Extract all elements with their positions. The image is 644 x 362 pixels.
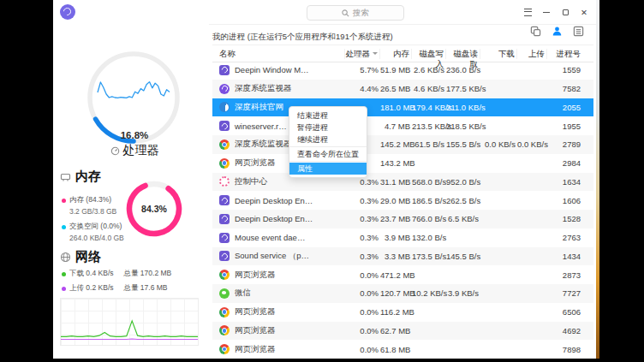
- maximize-icon[interactable]: [560, 7, 570, 17]
- pid-cell: 6506: [547, 307, 593, 317]
- process-table: Deepin Window M…5.7%51.9 MB2.6 KB/s236.0…: [212, 61, 593, 359]
- titlebar-menu-icon[interactable]: [522, 7, 533, 17]
- process-name: 网页浏览器: [235, 344, 276, 355]
- disk-write-cell: 766.0 B/s: [412, 214, 446, 223]
- cpu-cell: 0.3%: [345, 233, 380, 242]
- disk-read-cell: 6.5 KB/s: [446, 214, 480, 223]
- disk-read-cell: 3.9 KB/s: [446, 288, 480, 298]
- table-row[interactable]: Deepin Desktop En…0.3%29.0 MB186.5 B/s26…: [212, 191, 593, 210]
- memory-cell: 61.8 MB: [380, 345, 412, 354]
- chrome-icon: [219, 158, 230, 169]
- menu-separator: [289, 161, 367, 162]
- table-row[interactable]: 网页浏览器0.0%471.2 MB2873: [212, 265, 593, 284]
- pid-cell: 7727: [547, 288, 593, 298]
- memory-cell: 471.2 MB: [380, 270, 412, 280]
- download-cell: 0.0 KB/s: [480, 139, 517, 149]
- table-row[interactable]: 网页浏览器143.2 MB2984: [212, 154, 593, 173]
- memory-ring-chart: 84.3%: [123, 178, 185, 240]
- network-legend-item: 下载 0.4 KB/s总量 170.2 MB: [62, 269, 171, 279]
- table-row[interactable]: 深度科技官网181.0 MB179.4 KB/s211.0 KB/s2055: [212, 98, 593, 117]
- header-memory[interactable]: 内存: [380, 49, 412, 59]
- sort-desc-icon: [373, 52, 378, 55]
- context-menu-item[interactable]: 继续进程: [289, 134, 367, 145]
- deepin-app-icon: [219, 214, 230, 224]
- header-pid[interactable]: 进程号: [547, 49, 593, 59]
- all-processes-icon[interactable]: [572, 25, 584, 37]
- process-name: Deepin Desktop En…: [235, 196, 313, 205]
- upload-cell: 0.0 KB/s: [517, 139, 547, 149]
- disk-read-cell: 262.5 B/s: [446, 196, 480, 205]
- cpu-gauge-icon: [110, 146, 120, 156]
- deepin-app-icon: [219, 251, 230, 261]
- disk-write-cell: 4.6 KB/s: [412, 84, 446, 93]
- pid-cell: 1559: [547, 65, 593, 74]
- cpu-cell: 0.0%: [345, 288, 380, 298]
- deepin-app-icon: [219, 195, 230, 205]
- header-download[interactable]: 下载: [480, 49, 517, 59]
- stats-sidebar: 16.8% 处理器 内存 内存 (84.3%)3.2 GB/3.8 GB交换空间…: [53, 24, 209, 359]
- table-row[interactable]: 网页浏览器0.0%62.7 MB4692: [212, 322, 593, 341]
- process-name: Deepin Window M…: [235, 65, 309, 74]
- pid-cell: 2055: [547, 103, 593, 112]
- process-name: Mouse event dae…: [235, 233, 305, 242]
- memory-cell: 51.9 MB: [380, 65, 412, 74]
- table-row[interactable]: Mouse event dae…0.3%3.9 MB132.0 B/s2763: [212, 228, 593, 247]
- pid-cell: 1606: [547, 196, 593, 205]
- titlebar: 搜索 ✕: [53, 0, 596, 25]
- network-history-chart: [60, 298, 199, 346]
- pid-cell: 1955: [547, 122, 593, 131]
- table-row[interactable]: Deepin Desktop En…0.3%23.7 MB766.0 B/s6.…: [212, 210, 593, 228]
- disk-read-cell: 218.5 KB/s: [446, 122, 480, 131]
- globe-icon: [60, 252, 71, 263]
- header-disk-write[interactable]: 磁盘写入: [412, 49, 446, 59]
- chrome-icon: [219, 307, 230, 317]
- header-disk-read[interactable]: 磁盘读取: [446, 49, 480, 59]
- cpu-section-label: 处理器: [53, 143, 216, 158]
- table-row[interactable]: 深度系统监视器4.4%26.5 MB4.6 KB/s177.5 KB/s7582: [212, 80, 593, 98]
- table-row[interactable]: Sound service （p…0.3%3.3 MB173.5 B/s145.…: [212, 247, 593, 266]
- disk-write-cell: 2.6 KB/s: [412, 65, 446, 74]
- process-name: 网页浏览器: [235, 157, 276, 169]
- application-view-icon[interactable]: [529, 25, 541, 37]
- network-legend-item: 上传 0.2 KB/s总量 17.6 MB: [62, 283, 171, 294]
- table-row[interactable]: wineserver.r…4.7 MB213.5 KB/s218.5 KB/s1…: [212, 116, 593, 135]
- table-row[interactable]: 深度系统监视器145.2 MB61.5 B/s155.5 B/s0.0 KB/s…: [212, 135, 593, 154]
- table-row[interactable]: 微信0.0%120.7 MB10.2 KB/s3.9 KB/s7727: [212, 284, 593, 303]
- table-row[interactable]: Deepin Window M…5.7%51.9 MB2.6 KB/s236.0…: [212, 61, 593, 80]
- context-menu-item[interactable]: 暂停进程: [289, 122, 367, 134]
- table-row[interactable]: 网页浏览器0.0%61.8 MB7898: [212, 340, 593, 359]
- my-processes-icon[interactable]: [551, 25, 563, 37]
- process-name: 网页浏览器: [235, 325, 276, 336]
- context-menu-item[interactable]: 结束进程: [289, 110, 367, 122]
- legend-dot: [62, 287, 66, 291]
- chrome-icon: [219, 325, 230, 335]
- context-menu-item[interactable]: 查看命令所在位置: [289, 148, 367, 160]
- chrome-icon: [219, 270, 230, 280]
- table-row[interactable]: 控制中心0.3%31.1 MB568.0 B/s952.0 B/s1634: [212, 173, 593, 192]
- header-upload[interactable]: 上传: [517, 49, 547, 59]
- header-name[interactable]: 名称: [212, 49, 345, 59]
- deepin-app-icon: [219, 65, 230, 75]
- wechat-icon: [219, 288, 230, 299]
- context-menu-item[interactable]: 属性: [289, 163, 367, 175]
- cpu-cell: 5.7%: [345, 65, 380, 74]
- system-monitor-window: 搜索 ✕ 16.8% 处理器: [53, 0, 596, 359]
- legend-dot: [62, 225, 66, 229]
- pid-cell: 2763: [547, 233, 593, 242]
- close-icon[interactable]: ✕: [579, 7, 589, 17]
- cpu-cell: 0.0%: [345, 345, 380, 354]
- process-name-cell: 微信: [212, 288, 345, 299]
- network-section-title: 网络: [60, 249, 101, 265]
- desktop-wallpaper-edge: [596, 0, 599, 359]
- pid-cell: 1528: [547, 214, 593, 223]
- process-name: 深度系统监视器: [235, 139, 292, 150]
- app-logo-icon: [60, 4, 75, 20]
- search-input[interactable]: 搜索: [307, 5, 404, 21]
- monitor-icon: [219, 84, 230, 94]
- legend-dot: [62, 272, 66, 276]
- minimize-icon[interactable]: [541, 7, 552, 17]
- table-row[interactable]: 网页浏览器0.0%116.2 MB6506: [212, 303, 593, 322]
- process-name: Deepin Desktop En…: [235, 214, 313, 223]
- process-name: 深度系统监视器: [235, 83, 292, 94]
- header-cpu[interactable]: 处理器: [345, 49, 380, 59]
